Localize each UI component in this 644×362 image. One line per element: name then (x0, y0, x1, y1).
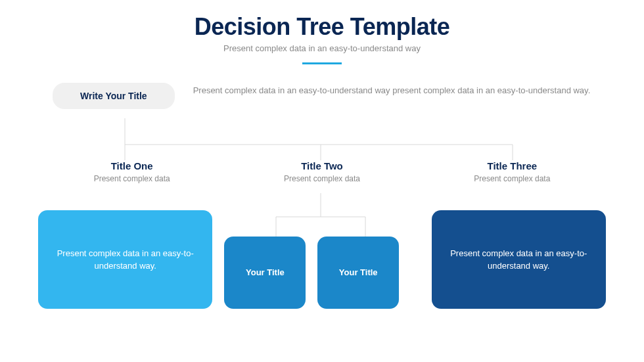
branch-subtitle: Present complex data (420, 174, 604, 183)
branch-subtitle: Present complex data (40, 174, 224, 183)
root-node: Write Your Title (53, 83, 175, 109)
root-description: Present complex data in an easy-to-under… (193, 83, 591, 97)
branch-subtitle: Present complex data (230, 174, 414, 183)
branch-two: Title Two Present complex data (230, 160, 414, 183)
branches-row: Title One Present complex data Title Two… (0, 160, 644, 183)
branch-three: Title Three Present complex data (420, 160, 604, 183)
cards-row: Present complex data in an easy-to-under… (0, 210, 644, 309)
spacer (411, 210, 419, 309)
page-subtitle: Present complex data in an easy-to-under… (0, 43, 644, 53)
branch-one: Title One Present complex data (40, 160, 224, 183)
card-mid-b: Your Title (317, 237, 399, 309)
root-row: Write Your Title Present complex data in… (0, 64, 644, 109)
branch-title: Title One (40, 160, 224, 171)
page-title: Decision Tree Template (0, 13, 644, 41)
header: Decision Tree Template Present complex d… (0, 0, 644, 64)
branch-title: Title Three (420, 160, 604, 171)
card-mid-a: Your Title (224, 237, 306, 309)
branch-title: Title Two (230, 160, 414, 171)
card-left: Present complex data in an easy-to-under… (38, 210, 212, 309)
card-right: Present complex data in an easy-to-under… (432, 210, 606, 309)
